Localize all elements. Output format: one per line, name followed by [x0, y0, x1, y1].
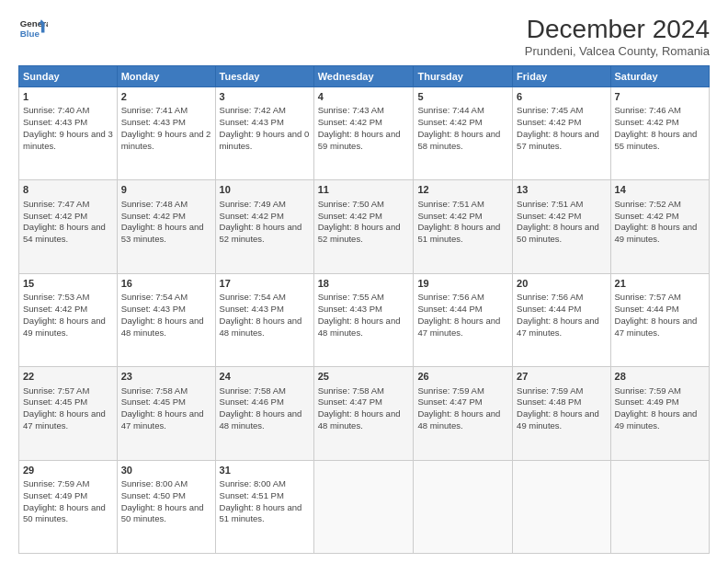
day-number: 13: [517, 183, 606, 197]
table-cell: 2Sunrise: 7:41 AM Sunset: 4:43 PM Daylig…: [117, 87, 215, 180]
table-cell: [414, 460, 513, 553]
day-number: 26: [417, 370, 508, 384]
table-cell: 26Sunrise: 7:59 AM Sunset: 4:47 PM Dayli…: [414, 367, 513, 460]
header-tuesday: Tuesday: [215, 66, 313, 87]
day-info: Sunrise: 7:57 AM Sunset: 4:45 PM Dayligh…: [23, 385, 113, 432]
day-number: 23: [121, 370, 211, 384]
table-cell: 3Sunrise: 7:42 AM Sunset: 4:43 PM Daylig…: [215, 87, 313, 180]
day-number: 29: [23, 464, 113, 477]
day-info: Sunrise: 7:54 AM Sunset: 4:43 PM Dayligh…: [220, 292, 310, 339]
table-cell: 8Sunrise: 7:47 AM Sunset: 4:42 PM Daylig…: [19, 180, 118, 273]
day-info: Sunrise: 7:59 AM Sunset: 4:47 PM Dayligh…: [417, 385, 508, 432]
day-info: Sunrise: 7:59 AM Sunset: 4:49 PM Dayligh…: [615, 385, 705, 432]
day-number: 12: [417, 183, 508, 197]
day-number: 22: [23, 370, 113, 384]
table-cell: 24Sunrise: 7:58 AM Sunset: 4:46 PM Dayli…: [215, 367, 313, 460]
table-cell: 19Sunrise: 7:56 AM Sunset: 4:44 PM Dayli…: [414, 273, 513, 366]
day-number: 2: [121, 90, 211, 104]
table-cell: 31Sunrise: 8:00 AM Sunset: 4:51 PM Dayli…: [215, 460, 313, 553]
day-number: 30: [121, 464, 211, 477]
day-number: 4: [318, 90, 410, 104]
day-info: Sunrise: 7:52 AM Sunset: 4:42 PM Dayligh…: [615, 199, 705, 246]
day-number: 9: [121, 183, 211, 197]
week-row-4: 22Sunrise: 7:57 AM Sunset: 4:45 PM Dayli…: [19, 367, 710, 460]
table-cell: 1Sunrise: 7:40 AM Sunset: 4:43 PM Daylig…: [19, 87, 118, 180]
header-monday: Monday: [117, 66, 215, 87]
day-info: Sunrise: 7:58 AM Sunset: 4:46 PM Dayligh…: [220, 385, 310, 432]
table-cell: 23Sunrise: 7:58 AM Sunset: 4:45 PM Dayli…: [117, 367, 215, 460]
table-cell: 16Sunrise: 7:54 AM Sunset: 4:43 PM Dayli…: [117, 273, 215, 366]
header-friday: Friday: [513, 66, 610, 87]
table-cell: [610, 460, 709, 553]
day-number: 28: [615, 370, 705, 384]
day-info: Sunrise: 7:49 AM Sunset: 4:42 PM Dayligh…: [220, 199, 310, 246]
table-cell: 22Sunrise: 7:57 AM Sunset: 4:45 PM Dayli…: [19, 367, 118, 460]
day-info: Sunrise: 8:00 AM Sunset: 4:51 PM Dayligh…: [220, 478, 310, 525]
subtitle: Prundeni, Valcea County, Romania: [525, 44, 710, 58]
table-cell: 5Sunrise: 7:44 AM Sunset: 4:42 PM Daylig…: [414, 87, 513, 180]
day-info: Sunrise: 7:42 AM Sunset: 4:43 PM Dayligh…: [220, 105, 310, 152]
header: General Blue December 2024 Prundeni, Val…: [18, 15, 710, 58]
day-number: 8: [23, 183, 113, 197]
day-number: 5: [417, 90, 508, 104]
table-cell: 11Sunrise: 7:50 AM Sunset: 4:42 PM Dayli…: [313, 180, 414, 273]
table-cell: 10Sunrise: 7:49 AM Sunset: 4:42 PM Dayli…: [215, 180, 313, 273]
day-info: Sunrise: 7:59 AM Sunset: 4:48 PM Dayligh…: [517, 385, 606, 432]
table-cell: [313, 460, 414, 553]
day-info: Sunrise: 7:56 AM Sunset: 4:44 PM Dayligh…: [417, 292, 508, 339]
header-row: Sunday Monday Tuesday Wednesday Thursday…: [19, 66, 710, 87]
table-cell: 28Sunrise: 7:59 AM Sunset: 4:49 PM Dayli…: [610, 367, 709, 460]
week-row-2: 8Sunrise: 7:47 AM Sunset: 4:42 PM Daylig…: [19, 180, 710, 273]
table-cell: 30Sunrise: 8:00 AM Sunset: 4:50 PM Dayli…: [117, 460, 215, 553]
table-cell: 18Sunrise: 7:55 AM Sunset: 4:43 PM Dayli…: [313, 273, 414, 366]
header-wednesday: Wednesday: [313, 66, 414, 87]
table-cell: 4Sunrise: 7:43 AM Sunset: 4:42 PM Daylig…: [313, 87, 414, 180]
table-cell: 29Sunrise: 7:59 AM Sunset: 4:49 PM Dayli…: [19, 460, 118, 553]
table-cell: 6Sunrise: 7:45 AM Sunset: 4:42 PM Daylig…: [513, 87, 610, 180]
day-info: Sunrise: 7:46 AM Sunset: 4:42 PM Dayligh…: [615, 105, 705, 152]
day-info: Sunrise: 7:50 AM Sunset: 4:42 PM Dayligh…: [318, 199, 410, 246]
table-cell: 12Sunrise: 7:51 AM Sunset: 4:42 PM Dayli…: [414, 180, 513, 273]
header-sunday: Sunday: [19, 66, 118, 87]
table-cell: 25Sunrise: 7:58 AM Sunset: 4:47 PM Dayli…: [313, 367, 414, 460]
logo: General Blue: [18, 15, 48, 44]
day-number: 20: [517, 277, 606, 291]
day-info: Sunrise: 7:59 AM Sunset: 4:49 PM Dayligh…: [23, 478, 113, 525]
day-number: 27: [517, 370, 606, 384]
day-number: 18: [318, 277, 410, 291]
day-info: Sunrise: 7:58 AM Sunset: 4:45 PM Dayligh…: [121, 385, 211, 432]
calendar-table: Sunday Monday Tuesday Wednesday Thursday…: [18, 65, 710, 554]
day-info: Sunrise: 7:55 AM Sunset: 4:43 PM Dayligh…: [318, 292, 410, 339]
table-cell: 9Sunrise: 7:48 AM Sunset: 4:42 PM Daylig…: [117, 180, 215, 273]
day-info: Sunrise: 7:47 AM Sunset: 4:42 PM Dayligh…: [23, 199, 113, 246]
day-info: Sunrise: 7:41 AM Sunset: 4:43 PM Dayligh…: [121, 105, 211, 152]
day-info: Sunrise: 7:56 AM Sunset: 4:44 PM Dayligh…: [517, 292, 606, 339]
table-cell: 17Sunrise: 7:54 AM Sunset: 4:43 PM Dayli…: [215, 273, 313, 366]
day-number: 3: [220, 90, 310, 104]
day-number: 10: [220, 183, 310, 197]
header-thursday: Thursday: [414, 66, 513, 87]
logo-icon: General Blue: [18, 15, 48, 44]
week-row-5: 29Sunrise: 7:59 AM Sunset: 4:49 PM Dayli…: [19, 460, 710, 553]
day-number: 7: [615, 90, 705, 104]
day-info: Sunrise: 7:57 AM Sunset: 4:44 PM Dayligh…: [615, 292, 705, 339]
day-info: Sunrise: 8:00 AM Sunset: 4:50 PM Dayligh…: [121, 478, 211, 525]
day-number: 25: [318, 370, 410, 384]
day-info: Sunrise: 7:40 AM Sunset: 4:43 PM Dayligh…: [23, 105, 113, 152]
day-number: 14: [615, 183, 705, 197]
page: General Blue December 2024 Prundeni, Val…: [0, 0, 728, 563]
day-number: 16: [121, 277, 211, 291]
day-info: Sunrise: 7:51 AM Sunset: 4:42 PM Dayligh…: [517, 199, 606, 246]
svg-text:Blue: Blue: [20, 29, 40, 39]
day-number: 17: [220, 277, 310, 291]
day-number: 21: [615, 277, 705, 291]
day-info: Sunrise: 7:43 AM Sunset: 4:42 PM Dayligh…: [318, 105, 410, 152]
day-info: Sunrise: 7:53 AM Sunset: 4:42 PM Dayligh…: [23, 292, 113, 339]
header-saturday: Saturday: [610, 66, 709, 87]
day-number: 6: [517, 90, 606, 104]
day-info: Sunrise: 7:51 AM Sunset: 4:42 PM Dayligh…: [417, 199, 508, 246]
table-cell: 21Sunrise: 7:57 AM Sunset: 4:44 PM Dayli…: [610, 273, 709, 366]
table-cell: 13Sunrise: 7:51 AM Sunset: 4:42 PM Dayli…: [513, 180, 610, 273]
title-section: December 2024 Prundeni, Valcea County, R…: [525, 15, 710, 58]
day-info: Sunrise: 7:58 AM Sunset: 4:47 PM Dayligh…: [318, 385, 410, 432]
